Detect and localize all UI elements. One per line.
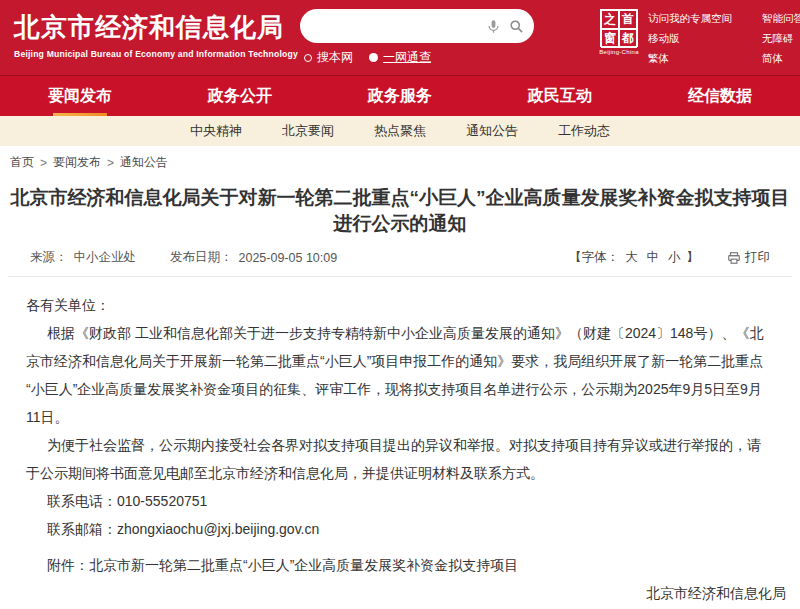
site-title: 北京市经济和信息化局	[14, 10, 298, 45]
logo-char: 首	[619, 10, 637, 29]
nav-item-label: 政务服务	[368, 86, 432, 107]
breadcrumb-home[interactable]: 首页	[10, 154, 34, 171]
search-input[interactable]	[314, 19, 478, 34]
subnav-item-central-spirit[interactable]: 中央精神	[190, 122, 242, 140]
print-label: 打印	[745, 249, 770, 266]
logo-char: 之	[601, 10, 619, 29]
breadcrumb-separator: >	[40, 156, 47, 170]
nav-item-label: 经信数据	[688, 86, 752, 107]
capital-window-grid: 之 首 窗 都	[600, 9, 638, 47]
contact-email-value: zhongxiaochu@jxj.beijing.gov.cn	[117, 521, 319, 537]
capital-window-logo[interactable]: 之 首 窗 都 Beijing-China	[599, 9, 639, 55]
source-label: 来源：	[30, 249, 68, 266]
nav-item-label: 要闻发布	[48, 86, 112, 107]
subnav-item-hot-focus[interactable]: 热点聚焦	[374, 122, 426, 140]
link-simplified-chinese[interactable]: 简体	[762, 52, 800, 66]
header-quick-links: 访问我的专属空间 移动版 繁体 智能问答 无障碍 简体	[648, 12, 800, 66]
contact-email-label: 联系邮箱：	[47, 521, 117, 537]
site-title-english: Beijing Municipal Bureau of Economy and …	[14, 49, 298, 59]
search-scope-options: 搜本网 一网通查	[300, 49, 534, 66]
font-size-bracket-open: 【字体：	[569, 249, 619, 266]
paragraph: 为便于社会监督，公示期内接受社会各界对拟支持项目提出的异议和举报。对拟支持项目持…	[26, 431, 774, 487]
contact-phone-line: 联系电话：010-55520751	[26, 487, 774, 515]
nav-item-economic-data[interactable]: 经信数据	[640, 76, 800, 116]
article-meta-wrap: 来源： 中小企业处 发布日期： 2025-09-05 10:09 【字体： 大 …	[8, 249, 792, 277]
printer-icon	[727, 251, 741, 265]
article-meta-left: 来源： 中小企业处 发布日期： 2025-09-05 10:09	[30, 249, 337, 266]
attachment-name[interactable]: 北京市新一轮第二批重点“小巨人”企业高质量发展奖补资金拟支持项目	[89, 557, 518, 573]
site-header: 北京市经济和信息化局 Beijing Municipal Bureau of E…	[0, 0, 800, 75]
nav-item-news-release[interactable]: 要闻发布	[0, 76, 160, 116]
site-brand[interactable]: 北京市经济和信息化局 Beijing Municipal Bureau of E…	[14, 10, 298, 59]
search-icon[interactable]	[509, 19, 524, 34]
article-meta-row: 来源： 中小企业处 发布日期： 2025-09-05 10:09 【字体： 大 …	[30, 249, 770, 266]
font-size-control: 【字体： 大 中 小 】	[569, 249, 699, 266]
main-navigation: 要闻发布 政务公开 政务服务 政民互动 经信数据	[0, 75, 800, 116]
contact-email-line: 联系邮箱：zhongxiaochu@jxj.beijing.gov.cn	[26, 515, 774, 543]
nav-item-label: 政务公开	[208, 86, 272, 107]
signature-organization: 北京市经济和信息化局	[26, 579, 786, 607]
attachment-label: 附件：	[47, 557, 89, 573]
font-size-large-button[interactable]: 大	[625, 249, 638, 266]
contact-phone-value: 010-55520751	[117, 493, 207, 509]
font-size-medium-button[interactable]: 中	[647, 249, 660, 266]
radio-dot-icon	[369, 53, 378, 62]
subnav-item-beijing-news[interactable]: 北京要闻	[282, 122, 334, 140]
salutation: 各有关单位：	[26, 291, 774, 319]
breadcrumb-news-release[interactable]: 要闻发布	[53, 154, 101, 171]
print-button[interactable]: 打印	[727, 249, 770, 266]
logo-caption: Beijing-China	[599, 49, 639, 55]
scope-one-net-search[interactable]: 一网通查	[369, 49, 431, 66]
paragraph: 根据《财政部 工业和信息化部关于进一步支持专精特新中小企业高质量发展的通知》（财…	[26, 319, 774, 431]
subnav-item-notices[interactable]: 通知公告	[466, 122, 518, 140]
nav-item-government-affairs[interactable]: 政务公开	[160, 76, 320, 116]
link-mobile-version[interactable]: 移动版	[648, 32, 732, 46]
breadcrumb-current-notices: 通知公告	[120, 154, 168, 171]
breadcrumb: 首页 > 要闻发布 > 通知公告	[0, 146, 800, 173]
nav-item-government-services[interactable]: 政务服务	[320, 76, 480, 116]
scope-label: 一网通查	[383, 49, 431, 66]
quick-links-column-2: 智能问答 无障碍 简体	[762, 12, 800, 66]
logo-char: 窗	[601, 29, 619, 48]
link-my-space[interactable]: 访问我的专属空间	[648, 12, 732, 26]
radio-ring-icon	[304, 54, 312, 62]
publish-date-label: 发布日期：	[170, 249, 233, 266]
contact-phone-label: 联系电话：	[47, 493, 117, 509]
nav-item-public-interaction[interactable]: 政民互动	[480, 76, 640, 116]
attachment-line: 附件：北京市新一轮第二批重点“小巨人”企业高质量发展奖补资金拟支持项目	[26, 551, 774, 579]
link-traditional-chinese[interactable]: 繁体	[648, 52, 732, 66]
scope-label: 搜本网	[317, 49, 353, 66]
active-tab-indicator	[53, 113, 107, 116]
quick-links-column-1: 访问我的专属空间 移动版 繁体	[648, 12, 732, 66]
search-area: 搜本网 一网通查	[300, 9, 534, 66]
article-body: 各有关单位： 根据《财政部 工业和信息化部关于进一步支持专精特新中小企业高质量发…	[0, 277, 800, 609]
link-smart-qa[interactable]: 智能问答	[762, 12, 800, 26]
font-size-small-button[interactable]: 小	[668, 249, 681, 266]
article-meta-right: 【字体： 大 中 小 】 打印	[569, 249, 770, 266]
scope-search-this-site[interactable]: 搜本网	[304, 49, 353, 66]
publish-date-value: 2025-09-05 10:09	[239, 251, 338, 265]
article-main: 北京市经济和信息化局关于对新一轮第二批重点“小巨人”企业高质量发展奖补资金拟支持…	[0, 185, 800, 609]
source-value: 中小企业处	[74, 249, 137, 266]
microphone-icon[interactable]	[486, 19, 501, 34]
breadcrumb-separator: >	[107, 156, 114, 170]
search-box[interactable]	[300, 9, 534, 43]
logo-char: 都	[619, 29, 637, 48]
article-title: 北京市经济和信息化局关于对新一轮第二批重点“小巨人”企业高质量发展奖补资金拟支持…	[2, 185, 798, 237]
link-accessibility[interactable]: 无障碍	[762, 32, 800, 46]
sub-navigation: 中央精神 北京要闻 热点聚焦 通知公告 工作动态	[0, 116, 800, 146]
nav-item-label: 政民互动	[528, 86, 592, 107]
subnav-item-work-updates[interactable]: 工作动态	[558, 122, 610, 140]
font-size-bracket-close: 】	[687, 249, 700, 266]
